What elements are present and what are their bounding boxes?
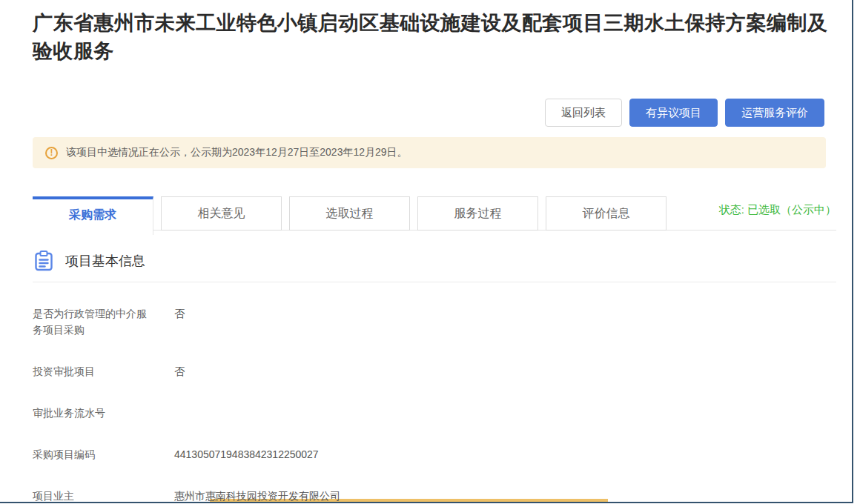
window-right-border — [852, 0, 853, 503]
main-content: 广东省惠州市未来工业特色小镇启动区基础设施建设及配套项目三期水土保持方案编制及验… — [33, 0, 836, 504]
field-label: 采购项目编码 — [33, 446, 151, 462]
objection-project-button[interactable]: 有异议项目 — [629, 99, 718, 127]
section-header-basic-info: 项目基本信息 — [33, 250, 836, 282]
section-title: 项目基本信息 — [65, 252, 145, 270]
warning-circle-icon: ! — [45, 147, 58, 159]
status-value: 已选取（公示中） — [747, 203, 836, 216]
publicity-alert-text: 该项目中选情况正在公示，公示期为2023年12月27日至2023年12月29日。 — [66, 146, 408, 159]
field-label: 审批业务流水号 — [33, 405, 151, 421]
page-title: 广东省惠州市未来工业特色小镇启动区基础设施建设及配套项目三期水土保持方案编制及验… — [33, 9, 836, 65]
field-row-approval-serial-number: 审批业务流水号 — [33, 405, 836, 421]
publicity-alert: ! 该项目中选情况正在公示，公示期为2023年12月27日至2023年12月29… — [33, 137, 826, 168]
back-to-list-button[interactable]: 返回列表 — [545, 99, 622, 127]
tab-procurement-demand[interactable]: 采购需求 — [33, 196, 153, 235]
basic-info-fields: 是否为行政管理的中介服务项目采购 否 投资审批项目 否 审批业务流水号 采购项目… — [33, 305, 836, 504]
tab-evaluation-info[interactable]: 评价信息 — [546, 196, 666, 231]
clipboard-icon — [33, 250, 55, 272]
tab-service-process[interactable]: 服务过程 — [417, 196, 538, 231]
action-toolbar: 返回列表 有异议项目 运营服务评价 — [33, 99, 824, 127]
tab-selection-process[interactable]: 选取过程 — [289, 196, 410, 231]
field-label: 是否为行政管理的中介服务项目采购 — [33, 305, 151, 338]
field-row-intermediary-service: 是否为行政管理的中介服务项目采购 否 — [33, 305, 836, 338]
service-evaluation-button[interactable]: 运营服务评价 — [725, 99, 824, 127]
field-row-investment-approval: 投资审批项目 否 — [33, 363, 836, 379]
field-value: 否 — [174, 305, 185, 338]
field-value: 否 — [174, 363, 185, 379]
tab-related-opinions[interactable]: 相关意见 — [161, 196, 282, 231]
window-bottom-border — [0, 502, 853, 503]
project-detail-page: 广东省惠州市未来工业特色小镇启动区基础设施建设及配套项目三期水土保持方案编制及验… — [0, 0, 860, 504]
field-row-procurement-project-code: 采购项目编码 4413050719483842312250027 — [33, 446, 836, 462]
field-label: 投资审批项目 — [33, 363, 151, 379]
status-badge: 状态: 已选取（公示中） — [719, 203, 836, 223]
status-label: 状态: — [719, 203, 744, 216]
field-value: 4413050719483842312250027 — [174, 446, 319, 462]
tab-bar: 采购需求 相关意见 选取过程 服务过程 评价信息 状态: 已选取（公示中） — [33, 196, 836, 231]
